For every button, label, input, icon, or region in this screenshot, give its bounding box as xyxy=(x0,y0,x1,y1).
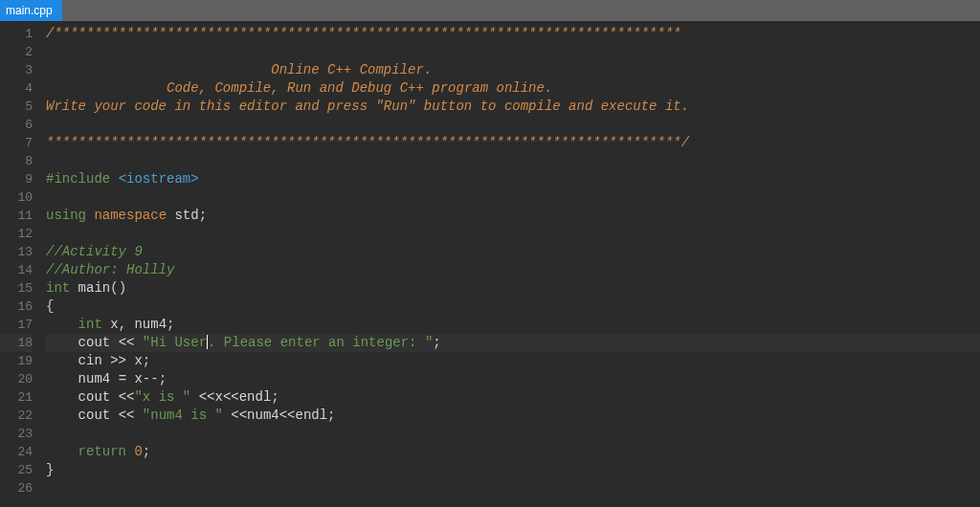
line-number: 19 xyxy=(0,352,33,370)
code-line: int x, num4; xyxy=(46,316,980,334)
code-editor[interactable]: 1 2 3 4 5 6 7 8 9 10 11 12 13 14 15 16 1… xyxy=(0,21,980,507)
code-line: //Author: Hollly xyxy=(46,261,980,279)
line-number: 9 xyxy=(0,170,33,188)
code-line: using namespace std; xyxy=(46,207,980,225)
line-number: 6 xyxy=(0,116,33,134)
code-line: Code, Compile, Run and Debug C++ program… xyxy=(46,79,980,98)
code-line xyxy=(46,43,980,61)
tab-bar: main.cpp xyxy=(0,0,980,21)
line-number: 16 xyxy=(0,298,33,316)
code-line: ****************************************… xyxy=(46,134,980,152)
code-line xyxy=(46,152,980,170)
code-line: num4 = x--; xyxy=(46,370,980,388)
code-line: Online C++ Compiler. xyxy=(46,61,980,79)
tab-main-cpp[interactable]: main.cpp xyxy=(0,0,62,21)
line-number: 20 xyxy=(0,370,33,388)
code-line: { xyxy=(46,298,980,316)
line-number: 21 xyxy=(0,388,33,407)
code-line: /***************************************… xyxy=(46,25,980,43)
line-number-gutter: 1 2 3 4 5 6 7 8 9 10 11 12 13 14 15 16 1… xyxy=(0,21,38,507)
line-number: 11 xyxy=(0,207,33,225)
line-number: 10 xyxy=(0,188,33,207)
line-number: 22 xyxy=(0,407,33,425)
line-number: 24 xyxy=(0,443,33,461)
line-number: 26 xyxy=(0,479,33,497)
line-number: 25 xyxy=(0,461,33,479)
code-line xyxy=(46,425,980,443)
line-number: 13 xyxy=(0,243,33,261)
line-number: 4 xyxy=(0,79,33,98)
line-number: 12 xyxy=(0,225,33,243)
line-number: 8 xyxy=(0,152,33,170)
code-line xyxy=(46,188,980,207)
line-number: 14 xyxy=(0,261,33,279)
line-number: 17 xyxy=(0,316,33,334)
code-line xyxy=(46,116,980,134)
code-line: } xyxy=(46,461,980,479)
code-line: cin >> x; xyxy=(46,352,980,370)
line-number: 18 xyxy=(0,334,33,352)
code-line-active: cout << "Hi User. Please enter an intege… xyxy=(46,334,980,352)
code-line: Write your code in this editor and press… xyxy=(46,98,980,116)
line-number: 5 xyxy=(0,98,33,116)
code-area[interactable]: /***************************************… xyxy=(38,21,980,507)
code-line xyxy=(46,225,980,243)
line-number: 3 xyxy=(0,61,33,79)
code-line: int main() xyxy=(46,279,980,298)
line-number: 7 xyxy=(0,134,33,152)
line-number: 1 xyxy=(0,25,33,43)
code-line: cout << "num4 is " <<num4<<endl; xyxy=(46,407,980,425)
code-line xyxy=(46,479,980,497)
code-line: #include <iostream> xyxy=(46,170,980,188)
line-number: 15 xyxy=(0,279,33,298)
line-number: 2 xyxy=(0,43,33,61)
code-line: //Activity 9 xyxy=(46,243,980,261)
code-line: cout <<"x is " <<x<<endl; xyxy=(46,388,980,407)
code-line: return 0; xyxy=(46,443,980,461)
line-number: 23 xyxy=(0,425,33,443)
